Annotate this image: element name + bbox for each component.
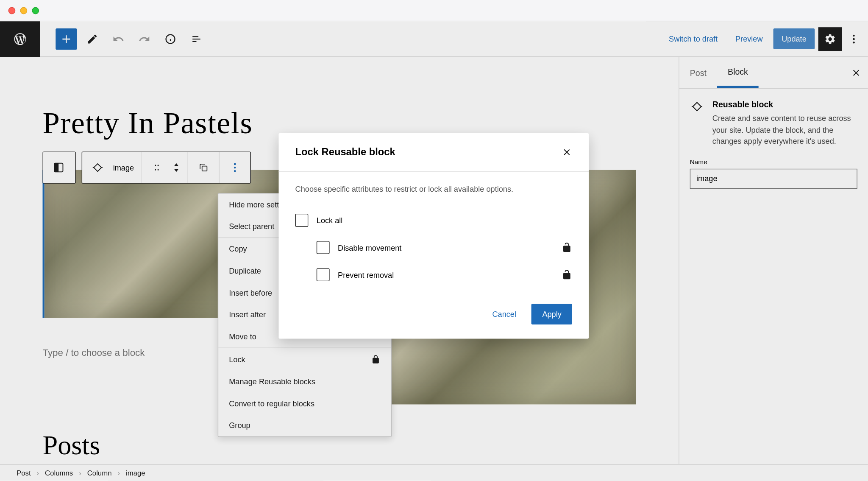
block-name-input[interactable] [690,168,857,188]
apply-button[interactable]: Apply [531,304,572,324]
menu-item-lock[interactable]: Lock [218,348,391,371]
redo-button[interactable] [134,28,155,49]
lock-icon [371,355,380,364]
settings-sidebar: Post Block Reusable block Create and sav… [679,57,868,464]
menu-item-manage-reusable[interactable]: Manage Reusable blocks [218,371,391,393]
svg-point-10 [155,165,156,166]
editor-top-toolbar: Switch to draft Preview Update [0,21,868,57]
tab-post[interactable]: Post [679,57,717,88]
svg-point-13 [158,169,159,171]
move-arrows[interactable] [169,156,184,179]
svg-point-17 [234,170,236,172]
close-modal-button[interactable] [562,147,572,157]
update-button[interactable]: Update [773,28,815,49]
lock-all-checkbox[interactable] [295,214,309,227]
modal-description: Choose specific attributes to restrict o… [295,185,572,194]
breadcrumb-item[interactable]: Columns [45,469,73,477]
reusable-block-icon [690,100,704,114]
menu-item-convert-regular[interactable]: Convert to regular blocks [218,393,391,415]
prevent-removal-checkbox[interactable] [317,268,330,281]
breadcrumb-item[interactable]: Post [17,469,31,477]
block-type-description: Create and save content to reuse across … [712,112,857,147]
breadcrumb-item[interactable]: image [126,469,145,477]
breadcrumb-item[interactable]: Column [87,469,112,477]
minimize-window-button[interactable] [20,7,27,14]
reusable-block-icon[interactable] [86,156,109,179]
svg-point-15 [234,163,236,165]
copy-button[interactable] [192,156,216,179]
switch-to-draft-button[interactable]: Switch to draft [662,28,724,49]
unlock-icon [562,269,572,280]
modal-title: Lock Reusable block [295,146,395,158]
info-button[interactable] [160,28,181,49]
list-view-button[interactable] [186,28,207,49]
svg-point-4 [853,38,855,40]
tab-block[interactable]: Block [717,57,759,88]
svg-rect-9 [94,164,101,171]
cancel-button[interactable]: Cancel [484,304,525,324]
name-label: Name [690,158,857,165]
prevent-removal-label: Prevent removal [338,270,553,279]
preview-button[interactable]: Preview [728,28,770,49]
macos-titlebar [0,0,868,21]
close-sidebar-button[interactable] [844,61,868,84]
close-window-button[interactable] [8,7,16,14]
maximize-window-button[interactable] [32,7,39,14]
svg-point-5 [853,41,855,43]
unlock-icon [562,242,572,253]
svg-point-3 [853,34,855,36]
block-toolbar-label: image [109,163,137,172]
undo-button[interactable] [108,28,129,49]
more-options-button[interactable] [846,27,862,51]
lock-all-label: Lock all [317,216,572,225]
edit-mode-button[interactable] [82,28,103,49]
lock-block-modal: Lock Reusable block Choose specific attr… [279,133,589,338]
block-type-title: Reusable block [712,100,857,109]
add-block-button[interactable] [56,28,77,49]
svg-rect-8 [54,163,58,172]
svg-point-16 [234,167,236,169]
svg-rect-6 [693,102,701,111]
subheading[interactable]: Morni [345,458,636,464]
disable-movement-label: Disable movement [338,243,553,252]
svg-point-11 [158,165,159,166]
settings-button[interactable] [818,27,842,51]
parent-block-button[interactable] [47,156,70,179]
svg-point-12 [155,169,156,171]
block-breadcrumb: Post› Columns› Column› image [0,464,868,481]
menu-item-group[interactable]: Group [218,414,391,436]
block-more-options-button[interactable] [223,156,247,179]
disable-movement-checkbox[interactable] [317,241,330,254]
drag-handle-icon[interactable] [145,156,169,179]
svg-rect-14 [202,166,207,171]
wordpress-logo-button[interactable] [0,21,40,57]
